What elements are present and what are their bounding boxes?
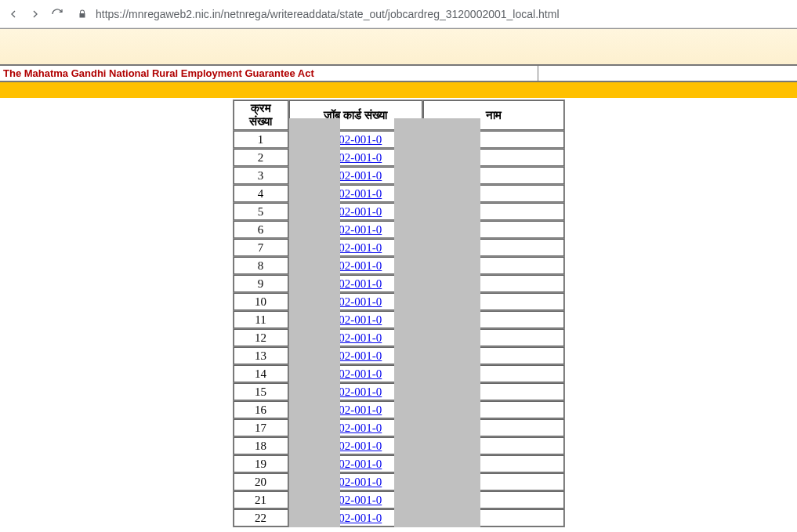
cell-sr: 7 (234, 239, 288, 256)
page-title: The Mahatma Gandhi National Rural Employ… (0, 66, 538, 81)
cell-sr: 9 (234, 275, 288, 292)
cell-sr: 16 (234, 401, 288, 418)
cell-sr: 22 (234, 509, 288, 527)
cell-sr: 21 (234, 491, 288, 508)
col-header-sr: क्रम संख्या (234, 100, 288, 130)
cell-sr: 1 (234, 131, 288, 148)
title-bar: The Mahatma Gandhi National Rural Employ… (0, 64, 797, 82)
cell-sr: 3 (234, 167, 288, 184)
redaction-overlay (289, 118, 340, 527)
cell-sr: 17 (234, 419, 288, 436)
cell-sr: 4 (234, 185, 288, 202)
redaction-overlay (394, 118, 480, 527)
cell-sr: 18 (234, 437, 288, 454)
title-spacer (538, 66, 797, 81)
page-header-band (0, 28, 797, 64)
cell-sr: 12 (234, 329, 288, 346)
cell-sr: 14 (234, 365, 288, 382)
yellow-band (0, 82, 797, 98)
cell-sr: 20 (234, 473, 288, 490)
cell-sr: 15 (234, 383, 288, 400)
browser-toolbar: https://mnregaweb2.nic.in/netnrega/write… (0, 0, 797, 28)
cell-sr: 13 (234, 347, 288, 364)
back-icon[interactable] (6, 7, 20, 21)
cell-sr: 19 (234, 455, 288, 472)
cell-sr: 6 (234, 221, 288, 238)
reload-icon[interactable] (50, 7, 64, 21)
cell-sr: 11 (234, 311, 288, 328)
cell-sr: 8 (234, 257, 288, 274)
forward-icon[interactable] (28, 7, 42, 21)
lock-icon (77, 9, 88, 20)
cell-sr: 2 (234, 149, 288, 166)
address-bar[interactable]: https://mnregaweb2.nic.in/netnrega/write… (96, 8, 791, 20)
content: क्रम संख्या जॉब कार्ड संख्या नाम 1-002-0… (0, 98, 797, 527)
cell-sr: 5 (234, 203, 288, 220)
cell-sr: 10 (234, 293, 288, 310)
